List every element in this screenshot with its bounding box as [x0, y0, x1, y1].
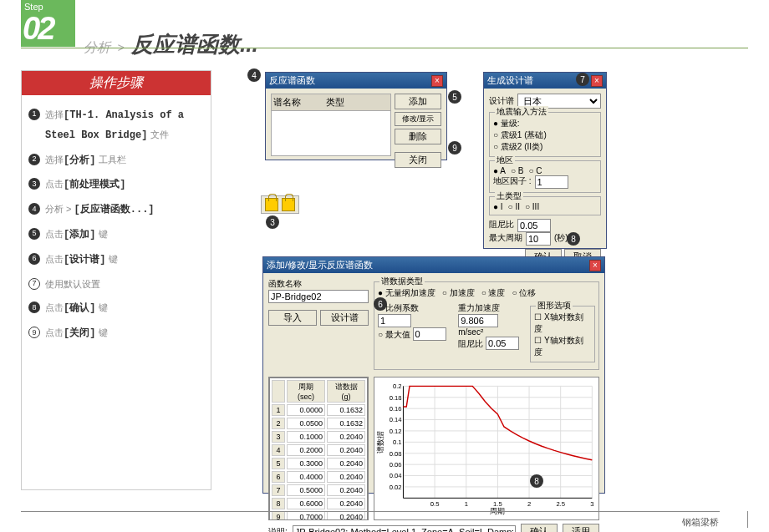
svg-text:1: 1 — [465, 500, 468, 508]
dlg-rs-functions: 反应谱函数 × 谱名称 类型 添加 修改/显示 删除 关闭 — [265, 72, 447, 160]
svg-text:0.5: 0.5 — [430, 500, 440, 508]
gen-zonefactor-label: 地区因子 : — [493, 175, 532, 189]
addmod-grp-sdt: 谱数据类型 — [379, 276, 425, 287]
addmod-apply-button[interactable]: 适用 — [563, 524, 599, 532]
marker-3: 3 — [266, 215, 279, 229]
svg-text:0.1: 0.1 — [393, 438, 402, 446]
marker-4: 4 — [247, 68, 261, 82]
addmod-damp2-input[interactable] — [486, 337, 519, 350]
gen-zone-c[interactable]: ○ C — [528, 166, 542, 175]
svg-text:0.02: 0.02 — [390, 484, 402, 491]
svg-text:2.5: 2.5 — [556, 500, 565, 508]
addmod-opt-disp[interactable]: ○ 位移 — [512, 287, 536, 299]
lock-closed-icon[interactable] — [282, 198, 295, 211]
rsf-add-button[interactable]: 添加 — [395, 94, 441, 109]
gen-grp-zone: 地区 — [495, 155, 515, 166]
dlg-rsf-titlebar: 反应谱函数 × — [266, 73, 446, 89]
addmod-ok-button[interactable]: 确认 — [521, 524, 558, 532]
bottom-rule — [21, 511, 720, 512]
svg-text:0.06: 0.06 — [390, 461, 402, 469]
svg-text:0.18: 0.18 — [390, 394, 402, 402]
rsf-modify-button[interactable]: 修改/显示 — [395, 112, 441, 126]
addmod-grp-plot: 图形选项 — [536, 300, 573, 312]
rsf-listbox[interactable] — [271, 111, 391, 156]
gen-damp-label: 阻尼比 — [489, 219, 514, 232]
rsf-delete-button[interactable]: 删除 — [395, 129, 441, 144]
dlg-gen-title: 生成设计谱 — [487, 74, 533, 87]
addmod-ylog[interactable]: ☐ Y轴对数刻度 — [534, 336, 583, 357]
addmod-damp2-label: 阻尼比 — [458, 339, 483, 348]
gen-grp-input: 地震输入方法 — [495, 106, 548, 118]
svg-text:0.04: 0.04 — [390, 472, 403, 479]
gen-opt-s2[interactable]: ○ 震级2 (II类) — [493, 142, 542, 151]
dlg-gen-spectrum: 生成设计谱 × 设计谱 日本 地震输入方法 ● 量级: ○ 震级1 (基础) ○… — [483, 72, 607, 249]
gen-soil-2[interactable]: ○ II — [508, 202, 520, 211]
svg-text:2: 2 — [527, 500, 531, 508]
svg-text:3: 3 — [590, 500, 593, 508]
svg-text:0.16: 0.16 — [390, 405, 402, 413]
addmod-status-input[interactable] — [293, 525, 516, 533]
footer-text: 钢箱梁桥 — [682, 516, 719, 529]
close-icon[interactable]: × — [589, 260, 601, 271]
addmod-opt-nag[interactable]: ● 无量纲加速度 — [378, 287, 435, 299]
marker-7: 7 — [576, 73, 589, 86]
svg-text:0.12: 0.12 — [390, 428, 402, 435]
lock-open-icon[interactable] — [265, 198, 278, 211]
marker-8a: 8 — [567, 232, 580, 246]
addmod-import-button[interactable]: 导入 — [268, 310, 317, 326]
gen-grp-soil: 土类型 — [495, 190, 523, 202]
svg-text:0.2: 0.2 — [393, 383, 402, 390]
footer-bar — [747, 511, 748, 528]
rsf-col-name: 谱名称 — [273, 96, 301, 109]
addmod-max-label[interactable]: ○ 最大值 — [378, 330, 410, 339]
addmod-grav-unit: m/sec² — [458, 327, 483, 337]
addmod-design-button[interactable]: 设计谱 — [320, 310, 369, 326]
addmod-opt-acc[interactable]: ○ 加速度 — [442, 287, 475, 299]
marker-6: 6 — [374, 297, 387, 311]
steps-panel: 操作步骤 1选择[TH-1. Analysis of a Steel Box B… — [21, 70, 211, 490]
addmod-max-input[interactable] — [413, 327, 446, 341]
addmod-xlog[interactable]: ☐ X轴对数刻度 — [534, 312, 583, 333]
addmod-status-label: 说明: — [268, 526, 288, 533]
rsf-close-button[interactable]: 关闭 — [395, 152, 441, 168]
gen-opt-s1[interactable]: ○ 震级1 (基础) — [493, 130, 547, 139]
addmod-funcname-input[interactable] — [268, 290, 369, 303]
gen-damp-input[interactable] — [517, 219, 551, 232]
gen-maxper-input[interactable] — [526, 232, 551, 246]
gen-soil-3[interactable]: ○ III — [525, 202, 539, 211]
gen-soil-1[interactable]: ● I — [493, 202, 503, 211]
top-rule — [21, 48, 748, 48]
rsf-col-type: 类型 — [326, 96, 344, 109]
gen-code-label: 设计谱 — [489, 95, 514, 107]
gen-zonefactor-input[interactable] — [535, 175, 568, 189]
marker-5: 5 — [448, 90, 461, 104]
addmod-scale-input[interactable] — [378, 314, 411, 327]
steps-panel-title: 操作步骤 — [22, 71, 211, 95]
addmod-chart: 0.511.522.530.020.040.060.080.10.120.140… — [374, 377, 599, 520]
marker-9: 9 — [448, 141, 461, 155]
addmod-grav-label: 重力加速度 — [458, 303, 500, 312]
close-icon[interactable]: × — [591, 75, 603, 87]
breadcrumb: 分析 > 反应谱函数... — [84, 30, 258, 59]
steps-list: 1选择[TH-1. Analysis of a Steel Box Bridge… — [22, 95, 211, 355]
svg-text:0.14: 0.14 — [390, 416, 403, 423]
marker-8b: 8 — [530, 474, 543, 488]
toolbar-preprocess[interactable] — [261, 195, 299, 214]
gen-zone-a[interactable]: ● A — [493, 166, 506, 175]
dlg-rsf-title: 反应谱函数 — [269, 74, 315, 87]
step-badge: Step 02 — [21, 0, 75, 47]
gen-opt-level[interactable]: ● 量级: — [493, 119, 520, 128]
svg-text:谱数据: 谱数据 — [376, 431, 384, 453]
step-number: 02 — [21, 13, 75, 43]
addmod-data-table[interactable]: 周期 (sec)谱数据 (g) 10.00000.163220.05000.16… — [269, 377, 368, 520]
dlg-addmod-title: 添加/修改/显示反应谱函数 — [267, 259, 373, 271]
dlg-addmod: 添加/修改/显示反应谱函数 × 函数名称 导入 设计谱 谱数据类型 ● 无量纲加… — [262, 256, 605, 494]
gen-zone-b[interactable]: ○ B — [511, 166, 524, 175]
dlg-addmod-titlebar: 添加/修改/显示反应谱函数 × — [263, 257, 604, 273]
addmod-funcname-label: 函数名称 — [268, 278, 369, 290]
svg-text:0.08: 0.08 — [390, 450, 402, 458]
close-icon[interactable]: × — [431, 75, 443, 87]
gen-maxper-label: 最大周期 — [489, 232, 522, 246]
addmod-grav-input[interactable] — [458, 314, 498, 327]
addmod-opt-vel[interactable]: ○ 速度 — [481, 287, 506, 299]
